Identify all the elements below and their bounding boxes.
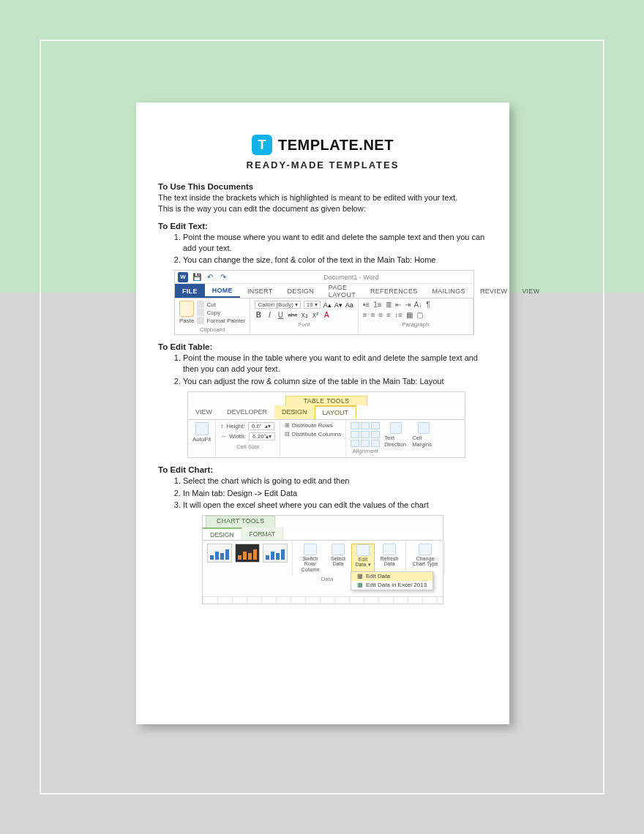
font-name-combo[interactable]: Calibri (Body)▾ [255,301,300,309]
borders-icon[interactable]: ▢ [416,311,423,319]
spinner-arrows-icon: ▴▾ [266,433,272,440]
tab-view[interactable]: VIEW [514,284,547,298]
alignment-grid[interactable] [351,422,380,447]
chart-style-thumb[interactable] [263,544,288,563]
paste-button[interactable]: Paste [179,301,194,324]
edit-data-button[interactable]: Edit Data ▾ ▦Edit Data ▦Edit Data in Exc… [351,544,375,572]
font-color-button[interactable]: A [323,311,330,319]
word-app-icon[interactable]: W [178,272,188,282]
change-chart-type-icon [419,544,432,555]
cell-margins-icon [418,422,430,434]
tab-review[interactable]: REVIEW [473,284,514,298]
justify-icon[interactable]: ≡ [386,311,391,319]
width-spinner[interactable]: 6.26"▴▾ [249,432,275,440]
shading-icon[interactable]: ▦ [406,311,413,319]
change-chart-type-button[interactable]: Change Chart Type [409,544,441,572]
autofit-button[interactable]: AutoFit [188,420,216,457]
text-direction-label: Text Direction [384,435,408,448]
select-data-button[interactable]: Select Data [326,544,350,572]
spinner-arrows-icon: ▴▾ [265,423,271,429]
menu-item-label: Edit Data in Excel 2013 [366,582,427,588]
distribute-rows-button[interactable]: ⊞ Distribute Rows [285,422,341,429]
redo-icon[interactable]: ↷ [219,273,228,282]
tab-chart-format[interactable]: FORMAT [242,527,283,540]
tab-view[interactable]: VIEW [188,405,220,419]
tab-home[interactable]: HOME [205,284,240,298]
height-spinner[interactable]: 0.6"▴▾ [248,422,274,430]
multilevel-list-icon[interactable]: ≣ [386,301,392,309]
chart-style-thumb[interactable] [207,544,232,563]
sort-icon[interactable]: A↓ [414,301,423,309]
cut-label: Cut [206,301,215,308]
grow-font-icon[interactable]: A▴ [323,301,332,309]
numbering-icon[interactable]: 1≡ [373,301,381,309]
list-item: You can adjust the row & column size of … [183,376,487,387]
edit-text-steps: Point the mouse where you want to edit a… [158,232,487,266]
change-chart-type-label: Change Chart Type [411,556,439,566]
tab-table-design[interactable]: DESIGN [274,405,315,419]
data-group-label: Data [305,575,349,583]
menu-item-edit-data[interactable]: ▦Edit Data [351,572,433,581]
switch-row-column-icon [304,544,317,555]
undo-icon[interactable]: ↶ [206,273,214,282]
edit-text-heading: To Edit Text: [158,222,487,230]
italic-button[interactable]: I [266,311,273,319]
cell-margins-button[interactable]: Cell Margins [412,422,435,448]
tab-insert[interactable]: INSERT [240,284,280,298]
cut-button[interactable]: Cut [197,301,245,308]
tab-developer[interactable]: DEVELOPER [220,405,274,419]
chart-tools-label: CHART TOOLS [206,516,275,527]
increase-indent-icon[interactable]: ⇥ [405,301,411,309]
save-icon[interactable]: 💾 [192,273,201,282]
document-page: T TEMPLATE.NET READY-MADE TEMPLATES To U… [136,102,509,724]
menu-item-edit-data-excel[interactable]: ▦Edit Data in Excel 2013 [351,581,433,590]
copy-button[interactable]: Copy [197,309,245,316]
bullets-icon[interactable]: •≡ [363,301,370,309]
clipboard-group: Paste Cut Copy Format Painter Clipboard [175,298,250,334]
list-item: Point the mouse where you want to edit a… [183,232,487,254]
tab-design[interactable]: DESIGN [280,284,321,298]
align-left-icon[interactable]: ≡ [363,311,367,319]
excel-icon: ▦ [357,582,363,588]
tab-chart-design[interactable]: DESIGN [203,527,242,540]
cell-size-group-label: Cell Size [220,443,275,451]
refresh-data-button[interactable]: Refresh Data [376,544,402,572]
width-value: 6.26" [252,433,266,440]
superscript-button[interactable]: x² [312,311,319,319]
align-center-icon[interactable]: ≡ [371,311,375,319]
list-item: It will open the excel sheet where you c… [183,500,487,511]
decrease-indent-icon[interactable]: ⇤ [395,301,401,309]
line-spacing-icon[interactable]: ↕≡ [394,311,402,319]
subscript-button[interactable]: x₂ [301,311,308,319]
text-direction-button[interactable]: Text Direction [384,422,408,448]
list-item: You can change the size, font & color of… [183,255,487,266]
tab-mailings[interactable]: MAILINGS [425,284,473,298]
list-item: Select the chart which is going to edit … [183,476,487,487]
brand-block: T TEMPLATE.NET [158,135,487,155]
align-right-icon[interactable]: ≡ [378,311,383,319]
bold-button[interactable]: B [255,311,262,319]
change-case-icon[interactable]: Aa [345,301,353,309]
brand-logo-icon: T [252,135,272,155]
autofit-icon [195,422,209,435]
list-item: In Main tab: Design -> Edit Data [183,488,487,499]
distribute-cols-button[interactable]: ⊟ Distribute Columns [285,431,341,437]
distribute-cols-label: Distribute Columns [292,431,342,437]
switch-row-column-button[interactable]: Switch Row/ Column [296,544,325,572]
tab-table-layout[interactable]: LAYOUT [315,405,356,419]
width-icon: ↔ [220,433,226,440]
format-painter-button[interactable]: Format Painter [197,317,245,324]
select-data-icon [332,544,345,555]
shrink-font-icon[interactable]: A▾ [334,301,342,309]
font-size-combo[interactable]: 18▾ [304,301,321,309]
chart-styles-gallery[interactable] [203,541,293,575]
show-marks-icon[interactable]: ¶ [426,301,430,309]
tab-file[interactable]: FILE [175,284,205,298]
chart-style-thumb[interactable] [235,544,260,563]
underline-button[interactable]: U [277,311,284,319]
tab-page-layout[interactable]: PAGE LAYOUT [321,284,363,298]
chart-tools-ribbon: CHART TOOLS DESIGN FORMAT Switch Row/ Co… [202,515,443,604]
tab-references[interactable]: REFERENCES [363,284,425,298]
strikethrough-button[interactable]: abc [288,312,297,318]
edit-table-heading: To Edit Table: [158,342,487,351]
